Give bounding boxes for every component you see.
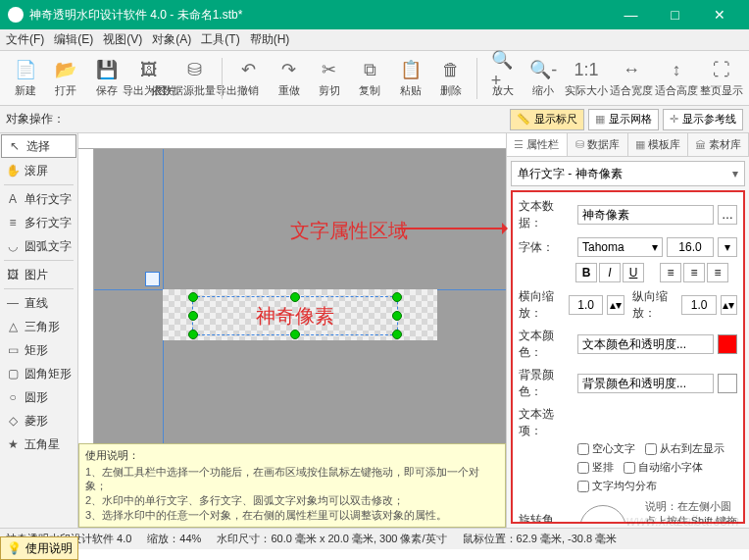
toolbar-实际大小[interactable]: 1:1实际大小	[565, 54, 608, 103]
toolbar-删除[interactable]: 🗑删除	[432, 54, 471, 103]
opt-shrink[interactable]: 自动缩小字体	[624, 460, 703, 475]
hint-line: 1、左侧工具栏中选择一个功能后，在画布区域按住鼠标左键拖动，即可添加一个对象；	[85, 465, 499, 494]
tool-三角形[interactable]: △三角形	[0, 315, 77, 338]
usage-button[interactable]: 💡 使用说明	[0, 536, 78, 560]
tool-多行文字[interactable]: ≡多行文字	[0, 211, 77, 234]
vscale-input[interactable]: 1.0	[681, 295, 717, 315]
tool-圆角矩形[interactable]: ▢圆角矩形	[0, 362, 77, 385]
bg-color-button[interactable]: 背景颜色和透明度...	[577, 374, 714, 393]
toggle-grid[interactable]: ▦显示网格	[588, 109, 659, 130]
toolbar-撤销[interactable]: ↶撤销	[228, 54, 267, 103]
toolbar-放大[interactable]: 🔍+放大	[483, 54, 522, 103]
text-color-swatch[interactable]	[718, 334, 737, 354]
toolbar-新建[interactable]: 📄新建	[6, 54, 44, 103]
align-center-button[interactable]: ≡	[683, 263, 705, 282]
toolbar-重做[interactable]: ↷重做	[270, 54, 308, 103]
toolbar-剪切[interactable]: ✂剪切	[310, 54, 348, 103]
resize-handle[interactable]	[188, 292, 198, 302]
bg-color-swatch[interactable]	[718, 374, 737, 393]
tool-icon: ✋	[6, 164, 20, 178]
text-data-more-button[interactable]: …	[718, 205, 737, 225]
toggle-ruler[interactable]: 📏显示标尺	[510, 109, 584, 130]
tool-直线[interactable]: —直线	[0, 291, 77, 315]
resize-handle[interactable]	[392, 292, 402, 302]
canvas-area: 文字属性区域 神奇像素 使用说明： 1、左侧工具栏中选择一个功能后，在画布区域按…	[78, 133, 506, 528]
opt-rtl[interactable]: 从右到左显示	[645, 441, 724, 456]
bold-button[interactable]: B	[575, 263, 597, 282]
right-panel: ☰属性栏 ⛁数据库 ▦模板库 🏛素材库 单行文字 - 神奇像素 ▾ 文本数据： …	[506, 133, 749, 528]
text-options-label: 文本选项：	[519, 406, 574, 439]
subtoolbar: 对象操作： 📏显示标尺 ▦显示网格 ✛显示参考线	[0, 106, 749, 133]
opt-justify[interactable]: 文字均匀分布	[577, 479, 657, 493]
hscale-spinner[interactable]: ▴▾	[607, 295, 624, 315]
underline-button[interactable]: U	[623, 263, 644, 282]
hscale-label: 横向缩放：	[519, 288, 565, 322]
origin-marker	[145, 272, 160, 286]
text-data-input[interactable]: 神奇像素	[577, 205, 714, 225]
resize-handle[interactable]	[392, 330, 402, 339]
opt-hollow[interactable]: 空心文字	[577, 441, 635, 456]
tool-五角星[interactable]: ★五角星	[0, 433, 77, 456]
menu-help[interactable]: 帮助(H)	[250, 31, 290, 48]
toolbar-适合宽度[interactable]: ↔适合宽度	[610, 54, 653, 103]
tab-properties[interactable]: ☰属性栏	[507, 133, 568, 156]
toolbar-适合高度[interactable]: ↕适合高度	[655, 54, 698, 103]
menu-file[interactable]: 文件(F)	[6, 31, 44, 48]
toolbar-保存[interactable]: 💾保存	[87, 54, 125, 103]
align-right-button[interactable]: ≡	[707, 263, 728, 282]
toolbar-依数据源批量导出[interactable]: ⛁依数据源批量导出	[173, 54, 216, 103]
tool-圆形[interactable]: ○圆形	[0, 385, 77, 409]
properties-area: 文本数据： 神奇像素 … 字体： Tahoma▾ 16.0 ▾ B I U ≡ …	[511, 190, 745, 524]
tab-database[interactable]: ⛁数据库	[568, 133, 628, 156]
toolbar-icon: 🔍+	[491, 58, 515, 81]
ruler-horizontal	[78, 133, 506, 149]
toolbar-icon: 🗑	[439, 58, 463, 81]
hscale-input[interactable]: 1.0	[569, 295, 604, 315]
toolbar-缩小[interactable]: 🔍-缩小	[524, 54, 562, 103]
menu-view[interactable]: 视图(V)	[103, 31, 142, 48]
resize-handle[interactable]	[188, 311, 198, 321]
toolbar-icon: ✂	[318, 58, 341, 81]
menu-object[interactable]: 对象(A)	[152, 31, 191, 48]
tool-矩形[interactable]: ▭矩形	[0, 338, 77, 362]
menu-tools[interactable]: 工具(T)	[201, 31, 239, 48]
tab-materials[interactable]: 🏛素材库	[688, 133, 749, 156]
hint-line: 3、选择水印中的任意一个对象，在右侧的属性栏里可以调整该对象的属性。	[85, 508, 499, 523]
toolbar-粘贴[interactable]: 📋粘贴	[391, 54, 429, 103]
tab-templates[interactable]: ▦模板库	[628, 133, 689, 156]
vscale-spinner[interactable]: ▴▾	[721, 295, 737, 315]
resize-handle[interactable]	[290, 292, 300, 302]
rotate-dial[interactable]	[579, 505, 626, 524]
tool-选择[interactable]: ↖选择	[1, 134, 76, 158]
object-selector[interactable]: 单行文字 - 神奇像素 ▾	[511, 161, 745, 186]
menu-edit[interactable]: 编辑(E)	[54, 31, 93, 48]
tool-单行文字[interactable]: A单行文字	[0, 187, 77, 211]
font-size-caret[interactable]: ▾	[718, 237, 737, 257]
toolbar-打开[interactable]: 📂打开	[46, 54, 84, 103]
font-size-input[interactable]: 16.0	[667, 237, 714, 257]
italic-button[interactable]: I	[599, 263, 621, 282]
resize-handle[interactable]	[290, 330, 300, 339]
tool-圆弧文字[interactable]: ◡圆弧文字	[0, 234, 77, 258]
database-icon: ⛁	[575, 138, 584, 151]
selected-object[interactable]: 神奇像素	[192, 296, 398, 335]
tool-菱形[interactable]: ◇菱形	[0, 409, 77, 433]
materials-icon: 🏛	[695, 139, 706, 151]
text-color-button[interactable]: 文本颜色和透明度...	[577, 334, 714, 354]
status-cursor: 鼠标位置：62.9 毫米, -30.8 毫米	[463, 532, 618, 546]
align-left-button[interactable]: ≡	[660, 263, 681, 282]
close-button[interactable]: ✕	[697, 0, 741, 29]
tool-滚屏[interactable]: ✋滚屏	[0, 159, 77, 182]
toggle-guides[interactable]: ✛显示参考线	[663, 109, 743, 130]
usage-hint: 使用说明： 1、左侧工具栏中选择一个功能后，在画布区域按住鼠标左键拖动，即可添加…	[78, 443, 506, 528]
resize-handle[interactable]	[188, 330, 198, 339]
minimize-button[interactable]: —	[609, 0, 653, 29]
toolbar-整页显示[interactable]: ⛶整页显示	[700, 54, 743, 103]
opt-vertical[interactable]: 竖排	[577, 460, 614, 475]
maximize-button[interactable]: □	[653, 0, 697, 29]
tool-icon: ↖	[8, 139, 22, 153]
toolbar-复制[interactable]: ⧉复制	[351, 54, 389, 103]
font-select[interactable]: Tahoma▾	[577, 237, 663, 257]
resize-handle[interactable]	[392, 311, 402, 321]
tool-图片[interactable]: 🖼图片	[0, 263, 77, 286]
